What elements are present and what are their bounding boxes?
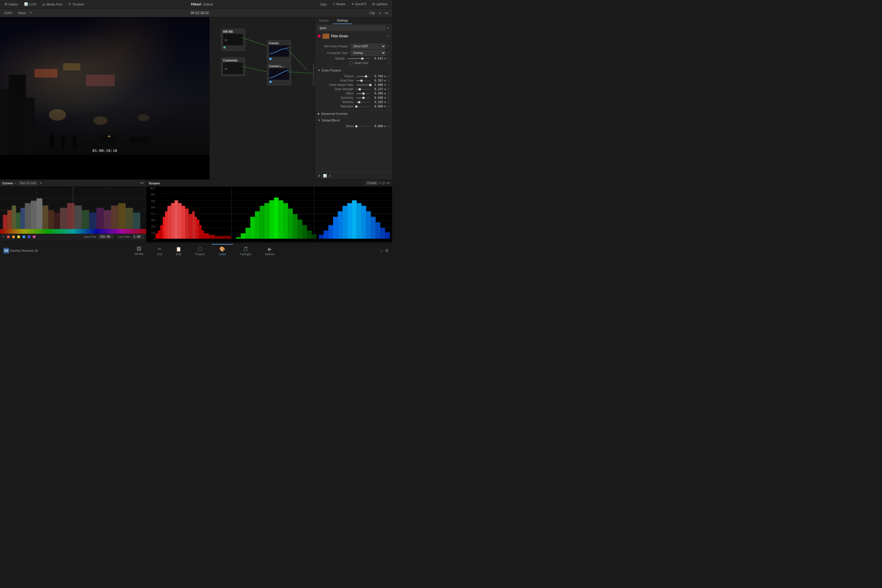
grain-size-slider[interactable] — [356, 80, 370, 81]
scopes-dropdown-icon[interactable]: ▾ — [380, 182, 381, 184]
offset-keyframe-button[interactable]: ◆ — [384, 92, 386, 95]
symmetry-slider[interactable] — [356, 98, 370, 98]
scopes-more-button[interactable]: ••• — [386, 181, 390, 185]
saturation-slider[interactable] — [356, 106, 370, 107]
tab-cut[interactable]: ✂ Cut — [150, 244, 169, 258]
curves-mode-selector[interactable]: Hue Vs Lum — [18, 181, 38, 185]
grain-only-reset-button[interactable]: ↺ — [387, 62, 389, 64]
scopes-header: Scopes Parade ▾ ⊡ ••• — [146, 180, 392, 187]
opacity-slider[interactable] — [348, 58, 370, 59]
composite-select[interactable]: Overlay — [351, 50, 386, 56]
timeline-icon: ⏱ — [68, 3, 71, 6]
texture-keyframe-button[interactable]: ◆ — [384, 75, 386, 78]
curve-orange-dot[interactable] — [12, 236, 15, 238]
panel-info-icon[interactable]: ℹ — [329, 174, 330, 178]
presets-select[interactable]: 16mm 500T — [351, 44, 386, 49]
tab-fusion[interactable]: ⬡ Fusion — [188, 244, 212, 258]
nav-media-pool[interactable]: 🗂 Media Pool — [40, 2, 64, 7]
curve-pink-dot[interactable] — [33, 236, 36, 238]
advanced-controls-header[interactable]: ▶ Advanced Controls — [315, 110, 392, 117]
zoom-control[interactable]: 153% — [2, 10, 14, 15]
blend-slider[interactable] — [356, 126, 370, 127]
grain-aspect-keyframe-button[interactable]: ◆ — [384, 84, 386, 86]
nav-luts[interactable]: 📊 LUTs — [22, 2, 39, 7]
app-settings-icon[interactable]: ⚙ — [385, 248, 389, 253]
nav-openfx[interactable]: ✦ OpenFX — [349, 2, 369, 7]
grain-only-checkbox[interactable] — [350, 61, 353, 64]
more-options-button[interactable]: ••• — [383, 10, 390, 15]
project-name[interactable]: Hikari — [16, 10, 28, 15]
node-film-grain[interactable]: Film Grain 11 — [313, 63, 315, 85]
curve-red-dot[interactable] — [7, 236, 10, 238]
composite-reset-button[interactable]: ↺ — [387, 51, 389, 54]
svg-rect-53 — [111, 206, 118, 229]
panel-star-icon[interactable]: ★ — [318, 174, 321, 178]
curves-title: Curves — [2, 182, 13, 185]
curve-indigo-dot[interactable] — [28, 236, 30, 238]
grain-strength-slider[interactable] — [356, 89, 370, 90]
node-bw-bb[interactable]: BW BB 06 — [221, 29, 245, 51]
effect-enabled-dot[interactable] — [318, 35, 321, 38]
offset-slider[interactable] — [356, 93, 370, 94]
scopes-mode-selector[interactable]: Parade — [365, 181, 378, 185]
curves-options-button[interactable]: ••• — [140, 181, 144, 185]
panel-chart-icon[interactable]: 📊 — [323, 174, 327, 178]
film-grain-reset-button[interactable]: ↺ — [387, 34, 389, 38]
node-customize[interactable]: Customize 08 — [221, 57, 245, 76]
softness-keyframe-button[interactable]: ◆ — [384, 101, 386, 104]
grain-aspect-slider[interactable] — [356, 85, 370, 85]
scopes-expand-button[interactable]: ⊡ — [382, 181, 385, 185]
grain-aspect-reset-button[interactable]: ↺ — [387, 83, 389, 86]
nav-nodes[interactable]: ⬡ Nodes — [330, 2, 348, 7]
svg-rect-44 — [48, 210, 54, 229]
library-tab[interactable]: Library — [315, 17, 333, 24]
home-icon[interactable]: ⌂ — [380, 248, 383, 253]
saturation-keyframe-button[interactable]: ◆ — [384, 105, 386, 108]
node-curves-l[interactable]: Curves L... — [267, 63, 291, 85]
opacity-reset-button[interactable]: ↺ — [387, 57, 389, 60]
saturation-reset-button[interactable]: ↺ — [387, 105, 389, 108]
grain-params-header[interactable]: ▼ Grain Params — [315, 67, 392, 74]
grain-strength-reset-button[interactable]: ↺ — [387, 88, 389, 91]
settings-tab[interactable]: Settings — [333, 17, 352, 24]
saturation-row: Saturation 0.000 ◆ ↺ — [318, 105, 389, 108]
svg-rect-69 — [163, 217, 165, 238]
nav-clips[interactable]: Clips — [318, 2, 329, 7]
nav-timeline[interactable]: ⏱ Timeline — [66, 2, 86, 7]
presets-reset-button[interactable]: ↺ — [387, 45, 389, 48]
luts-icon: 📊 — [24, 2, 28, 6]
lum-gain-field[interactable] — [132, 235, 144, 239]
softness-reset-button[interactable]: ↺ — [387, 100, 389, 104]
offset-reset-button[interactable]: ↺ — [387, 92, 389, 95]
blend-reset-button[interactable]: ↺ — [387, 124, 389, 128]
tab-deliver[interactable]: ▶ Deliver — [258, 244, 282, 258]
texture-reset-button[interactable]: ↺ — [387, 75, 389, 78]
grain-size-keyframe-button[interactable]: ◆ — [384, 79, 386, 82]
grain-size-reset-button[interactable]: ↺ — [387, 79, 389, 82]
grain-strength-keyframe-button[interactable]: ◆ — [384, 88, 386, 90]
tab-media[interactable]: 🖼 Media — [128, 244, 150, 258]
global-blend-header[interactable]: ▼ Global Blend — [315, 117, 392, 123]
node-curves[interactable]: Curves — [267, 40, 291, 62]
panel-search-input[interactable] — [318, 26, 386, 30]
blend-keyframe-button[interactable]: ◆ — [384, 125, 386, 128]
curves-canvas[interactable] — [0, 187, 146, 234]
tab-color[interactable]: 🎨 Color — [212, 244, 233, 258]
curve-blue-dot[interactable] — [22, 236, 25, 238]
texture-slider[interactable] — [356, 76, 370, 76]
opacity-keyframe-button[interactable]: ◆ — [384, 57, 386, 60]
input-hue-field[interactable] — [99, 235, 113, 239]
texture-row: Texture 0.704 ◆ ↺ — [318, 75, 389, 78]
softness-slider[interactable] — [356, 102, 370, 102]
symmetry-reset-button[interactable]: ↺ — [387, 96, 389, 99]
search-clear-icon[interactable]: ✕ — [387, 26, 389, 30]
curves-mode-dropdown-icon[interactable]: ▾ — [40, 182, 42, 184]
nav-gallery[interactable]: ⊞ Gallery — [2, 2, 21, 7]
curve-yellow-dot[interactable] — [17, 236, 20, 238]
curve-pencil-icon[interactable]: ✏ — [2, 235, 4, 238]
nav-lightbox[interactable]: ⊞ Lightbox — [370, 2, 390, 7]
symmetry-keyframe-button[interactable]: ◆ — [384, 96, 386, 99]
tab-edit[interactable]: 📋 Edit — [169, 244, 188, 258]
tab-fairlight[interactable]: 🎵 Fairlight — [233, 244, 258, 258]
clip-label[interactable]: Clip — [368, 10, 376, 15]
